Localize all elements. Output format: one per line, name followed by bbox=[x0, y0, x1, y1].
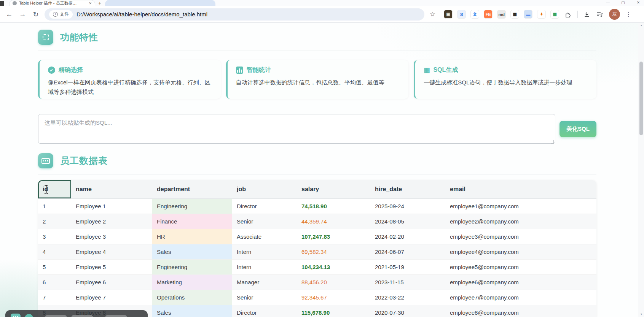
cell-job[interactable]: Director bbox=[232, 305, 297, 317]
cell-job[interactable]: Associate bbox=[232, 229, 297, 244]
maximize-button[interactable]: ▢ bbox=[620, 0, 626, 5]
fe-extension-icon[interactable]: FE bbox=[484, 10, 493, 19]
cell-email[interactable]: employee4@company.com bbox=[445, 244, 596, 260]
cell-email[interactable]: employee7@company.com bbox=[445, 290, 596, 305]
cell-hire_date[interactable]: 2024-02-20 bbox=[370, 229, 445, 244]
cell-job[interactable]: Senior bbox=[232, 290, 297, 305]
cell-salary[interactable]: 104,234.13 bbox=[297, 260, 370, 275]
new-tab-button[interactable]: + bbox=[97, 0, 103, 6]
floating-helper-toolbar[interactable] bbox=[5, 310, 148, 317]
scroll-up-icon[interactable]: ▲ bbox=[638, 23, 644, 28]
cell-hire_date[interactable]: 2024-08-05 bbox=[370, 214, 445, 229]
cell-job[interactable]: Senior bbox=[232, 214, 297, 229]
cell-hire_date[interactable]: 2022-03-22 bbox=[370, 290, 445, 305]
frame-extension-icon[interactable]: ▣ bbox=[444, 10, 453, 19]
minimize-button[interactable]: — bbox=[605, 0, 611, 5]
cell-department[interactable]: Sales bbox=[152, 244, 232, 260]
cell-salary[interactable]: 92,345.67 bbox=[297, 290, 370, 305]
column-header-name[interactable]: name bbox=[71, 180, 152, 199]
window-close-button[interactable]: ✕ bbox=[636, 0, 641, 5]
cell-id[interactable]: 3 bbox=[38, 229, 71, 244]
cell-job[interactable]: Intern bbox=[232, 260, 297, 275]
cell-email[interactable]: employee3@company.com bbox=[445, 229, 596, 244]
cell-name[interactable]: Employee 4 bbox=[71, 244, 152, 260]
cell-id[interactable]: 4 bbox=[38, 244, 71, 260]
beautify-sql-button[interactable]: 美化SQL bbox=[560, 121, 596, 137]
cell-salary[interactable]: 88,456.20 bbox=[297, 275, 370, 290]
inactive-tab[interactable] bbox=[105, 0, 215, 6]
cell-department[interactable]: Engineering bbox=[152, 260, 232, 275]
cell-name[interactable]: Employee 7 bbox=[71, 290, 152, 305]
address-bar[interactable]: i 文件 D:/Workspace/ai/table-helper/docs/d… bbox=[45, 8, 424, 21]
cell-job[interactable]: Intern bbox=[232, 244, 297, 260]
cell-hire_date[interactable]: 2020-07-30 bbox=[370, 305, 445, 317]
cell-hire_date[interactable]: 2025-09-24 bbox=[370, 199, 445, 214]
markdown-extension-icon[interactable]: md bbox=[497, 10, 506, 19]
cell-salary[interactable]: 44,359.74 bbox=[297, 214, 370, 229]
cell-name[interactable]: Employee 2 bbox=[71, 214, 152, 229]
reload-icon[interactable]: ↻ bbox=[32, 10, 40, 19]
cell-name[interactable]: Employee 1 bbox=[71, 199, 152, 214]
cell-department[interactable]: Engineering bbox=[152, 199, 232, 214]
cell-job[interactable]: Director bbox=[232, 199, 297, 214]
toolbar-pill-button[interactable] bbox=[71, 315, 93, 317]
toolbar-pill-button[interactable] bbox=[45, 315, 67, 317]
translate-extension-icon[interactable]: 文 bbox=[470, 10, 479, 19]
cell-email[interactable]: employee1@company.com bbox=[445, 199, 596, 214]
cell-salary[interactable]: 107,247.83 bbox=[297, 229, 370, 244]
column-header-hire-date[interactable]: hire_date bbox=[370, 180, 445, 199]
sql-paste-textarea[interactable] bbox=[38, 114, 555, 144]
back-icon[interactable]: ← bbox=[5, 10, 13, 18]
extensions-puzzle-icon[interactable] bbox=[564, 11, 572, 18]
textarea-resize-handle[interactable] bbox=[551, 140, 554, 144]
cell-id[interactable]: 2 bbox=[38, 214, 71, 229]
cell-email[interactable]: employee5@company.com bbox=[445, 260, 596, 275]
toolbar-pill-button[interactable] bbox=[105, 315, 127, 317]
qr-extension-icon[interactable]: ▦ bbox=[510, 10, 519, 19]
column-header-department[interactable]: department bbox=[152, 180, 232, 199]
cell-name[interactable]: Employee 5 bbox=[71, 260, 152, 275]
cell-department[interactable]: Finance bbox=[152, 214, 232, 229]
card-extension-icon[interactable]: ▬ bbox=[524, 10, 532, 19]
cell-department[interactable]: Marketing bbox=[152, 275, 232, 290]
media-queue-icon[interactable] bbox=[596, 11, 604, 18]
badge-extension-icon[interactable]: ✦ bbox=[537, 10, 546, 19]
browser-menu-icon[interactable]: ⋮ bbox=[625, 11, 631, 18]
cell-name[interactable]: Employee 6 bbox=[71, 275, 152, 290]
cell-name[interactable]: Employee 3 bbox=[71, 229, 152, 244]
circle-tool-icon[interactable] bbox=[25, 314, 33, 317]
column-header-salary[interactable]: salary bbox=[297, 180, 370, 199]
cell-salary[interactable]: 115,678.90 bbox=[297, 305, 370, 317]
browser-tab[interactable]: Table Helper 插件 - 员工数据… ✕ bbox=[9, 0, 95, 6]
column-header-id[interactable]: id bbox=[38, 180, 71, 199]
column-header-job[interactable]: job bbox=[232, 180, 297, 199]
cell-email[interactable]: employee2@company.com bbox=[445, 214, 596, 229]
scrollbar-thumb[interactable] bbox=[639, 62, 643, 135]
cell-hire_date[interactable]: 2023-11-15 bbox=[370, 275, 445, 290]
cell-hire_date[interactable]: 2021-05-19 bbox=[370, 260, 445, 275]
cell-department[interactable]: Operations bbox=[152, 290, 232, 305]
sider-extension-icon[interactable]: S bbox=[457, 10, 466, 19]
file-scheme-chip[interactable]: i 文件 bbox=[49, 10, 73, 19]
cell-job[interactable]: Manager bbox=[232, 275, 297, 290]
cell-department[interactable]: HR bbox=[152, 229, 232, 244]
sheet-extension-icon[interactable]: ▦ bbox=[550, 10, 559, 19]
vertical-scrollbar[interactable]: ▲ ▼ bbox=[638, 23, 644, 317]
cell-email[interactable]: employee8@company.com bbox=[445, 305, 596, 317]
cell-email[interactable]: employee6@company.com bbox=[445, 275, 596, 290]
cell-department[interactable]: Sales bbox=[152, 305, 232, 317]
scroll-down-icon[interactable]: ▼ bbox=[638, 312, 644, 317]
cell-id[interactable]: 6 bbox=[38, 275, 71, 290]
downloads-icon[interactable] bbox=[583, 11, 591, 18]
forward-icon[interactable]: → bbox=[18, 10, 27, 18]
cell-id[interactable]: 5 bbox=[38, 260, 71, 275]
tab-close-icon[interactable]: ✕ bbox=[89, 2, 92, 5]
cell-salary[interactable]: 74,518.90 bbox=[297, 199, 370, 214]
cell-salary[interactable]: 69,582.34 bbox=[297, 244, 370, 260]
column-header-email[interactable]: email bbox=[445, 180, 596, 199]
table-tool-icon[interactable] bbox=[11, 314, 21, 317]
profile-avatar[interactable]: 灰 bbox=[609, 9, 620, 20]
url-text[interactable]: D:/Workspace/ai/table-helper/docs/demo_t… bbox=[77, 11, 207, 17]
bookmark-star-icon[interactable]: ☆ bbox=[430, 10, 435, 18]
cell-id[interactable]: 7 bbox=[38, 290, 71, 305]
